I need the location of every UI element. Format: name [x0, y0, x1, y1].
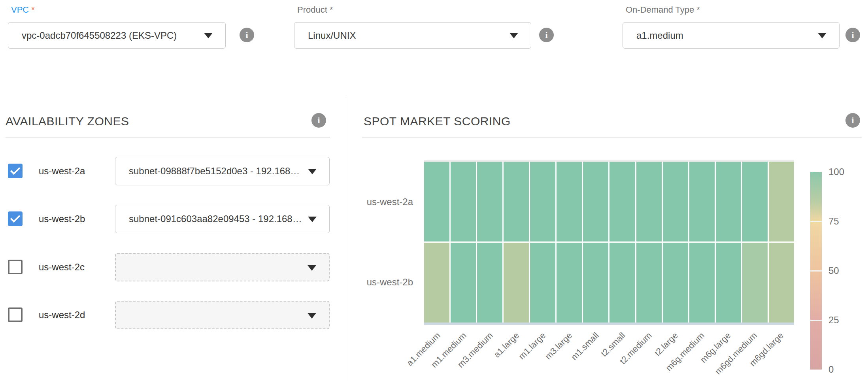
colorbar [810, 172, 822, 370]
heatmap-cell-us-west-2a-t2.large[interactable] [663, 162, 688, 241]
colorbar-tick-0: 0 [828, 364, 856, 375]
heatmap-cell-us-west-2a-a1.large[interactable] [504, 162, 529, 241]
chevron-down-icon [509, 33, 518, 38]
subnet-select-value: subnet-09888f7be5152d0e3 - 192.168… [129, 157, 301, 185]
colorbar-tick-50: 50 [828, 265, 856, 276]
heatmap-cell-us-west-2b-m6gd.medium[interactable] [742, 243, 768, 323]
heatmap-cell-us-west-2b-t2.large[interactable] [663, 243, 688, 323]
az-label: us-west-2d [39, 301, 85, 329]
required-asterisk: * [31, 5, 35, 15]
heatmap-cell-us-west-2b-t2.medium[interactable] [636, 243, 662, 323]
heatmap-cell-us-west-2a-m1.small[interactable] [583, 162, 608, 241]
product-field-group: Product* Linux/UNIX [294, 4, 531, 49]
heatmap-cell-us-west-2b-m6g.medium[interactable] [689, 243, 715, 323]
panel-divider [346, 97, 346, 381]
az-checkbox-us-west-2b[interactable] [8, 211, 23, 226]
vpc-select-value: vpc-0adcb70f645508223 (EKS-VPC) [22, 23, 198, 48]
heatmap-cell-us-west-2a-m6gd.large[interactable] [769, 162, 794, 241]
heatmap-x-label-m1.small: m1.small [569, 330, 601, 362]
product-label: Product* [294, 4, 531, 16]
heatmap-cell-us-west-2b-m1.medium[interactable] [451, 243, 476, 323]
heatmap-plot [424, 160, 794, 325]
heatmap-x-label-a1.large: a1.large [492, 330, 522, 360]
spot-market-scoring-rule [362, 138, 862, 138]
colorbar-separator [810, 221, 822, 222]
required-asterisk: * [696, 5, 700, 15]
subnet-select-us-west-2d[interactable] [115, 301, 330, 329]
az-label: us-west-2b [39, 205, 85, 233]
heatmap-cell-us-west-2a-m6g.medium[interactable] [689, 162, 715, 241]
az-checkbox-us-west-2a[interactable] [8, 164, 23, 178]
heatmap-cell-us-west-2b-m1.small[interactable] [583, 243, 608, 323]
heatmap-cell-us-west-2b-m6gd.large[interactable] [769, 243, 794, 323]
subnet-select-us-west-2a[interactable]: subnet-09888f7be5152d0e3 - 192.168… [115, 157, 330, 185]
az-label: us-west-2c [39, 253, 85, 281]
vpc-select[interactable]: vpc-0adcb70f645508223 (EKS-VPC) [8, 22, 226, 49]
heatmap-cell-us-west-2a-a1.medium[interactable] [424, 162, 449, 241]
az-checkbox-us-west-2c[interactable] [8, 260, 23, 274]
az-checkbox-us-west-2d[interactable] [8, 307, 23, 322]
heatmap-cell-us-west-2b-m3.medium[interactable] [477, 243, 502, 323]
chevron-down-icon [308, 169, 317, 174]
chevron-down-icon [308, 265, 316, 271]
az-row-us-west-2a: us-west-2a subnet-09888f7be5152d0e3 - 19… [8, 157, 338, 185]
spot-market-scoring-title: SPOT MARKET SCORING [364, 115, 511, 128]
on-demand-type-info-icon[interactable]: i [845, 28, 860, 42]
heatmap-cell-us-west-2a-m3.medium[interactable] [477, 162, 502, 241]
chevron-down-icon [308, 217, 317, 222]
heatmap-cell-us-west-2a-m6g.large[interactable] [716, 162, 741, 241]
az-row-us-west-2c: us-west-2c [8, 253, 338, 281]
spot-market-scoring-info-icon[interactable]: i [845, 113, 860, 128]
colorbar-separator [810, 320, 822, 321]
az-row-us-west-2b: us-west-2b subnet-091c603aa82e09453 - 19… [8, 205, 338, 233]
chevron-down-icon [818, 33, 826, 38]
product-select-value: Linux/UNIX [308, 23, 503, 48]
heatmap-row-label-us-west-2b: us-west-2b [355, 277, 413, 289]
required-asterisk: * [330, 5, 333, 15]
colorbar-tick-100: 100 [828, 166, 856, 177]
heatmap-cell-us-west-2a-t2.medium[interactable] [636, 162, 662, 241]
heatmap-cell-us-west-2a-t2.small[interactable] [609, 162, 635, 241]
on-demand-type-label: On-Demand Type* [623, 4, 840, 16]
az-row-us-west-2d: us-west-2d [8, 301, 338, 329]
heatmap-cell-us-west-2b-m3.large[interactable] [557, 243, 582, 323]
on-demand-type-field-group: On-Demand Type* a1.medium [623, 4, 840, 49]
product-select[interactable]: Linux/UNIX [294, 22, 531, 49]
vpc-field-group: VPC* vpc-0adcb70f645508223 (EKS-VPC) [8, 4, 226, 49]
product-info-icon[interactable]: i [539, 28, 554, 42]
on-demand-type-select[interactable]: a1.medium [623, 22, 840, 49]
heatmap-x-label-m3.large: m3.large [543, 330, 574, 362]
heatmap-cell-us-west-2b-m1.large[interactable] [530, 243, 555, 323]
heatmap-cell-us-west-2a-m3.large[interactable] [557, 162, 582, 241]
subnet-select-value: subnet-091c603aa82e09453 - 192.168… [129, 205, 301, 233]
colorbar-tick-75: 75 [828, 216, 856, 227]
availability-zones-title: AVAILABILITY ZONES [6, 115, 129, 128]
az-label: us-west-2a [39, 157, 85, 185]
heatmap-cell-us-west-2b-t2.small[interactable] [609, 243, 635, 323]
heatmap-cell-us-west-2a-m6gd.medium[interactable] [742, 162, 768, 241]
heatmap-cell-us-west-2b-m6g.large[interactable] [716, 243, 741, 323]
availability-zones-info-icon[interactable]: i [311, 113, 326, 128]
heatmap-cell-us-west-2a-m1.large[interactable] [530, 162, 555, 241]
heatmap-cell-us-west-2a-m1.medium[interactable] [451, 162, 476, 241]
heatmap-cell-us-west-2b-a1.medium[interactable] [424, 243, 449, 323]
heatmap-grid [424, 162, 794, 323]
subnet-select-us-west-2c[interactable] [115, 253, 330, 281]
chevron-down-icon [308, 313, 316, 319]
subnet-select-us-west-2b[interactable]: subnet-091c603aa82e09453 - 192.168… [115, 205, 330, 233]
vpc-label: VPC* [8, 4, 226, 16]
availability-zones-rule [6, 138, 330, 138]
heatmap-x-label-m1.large: m1.large [517, 330, 548, 362]
chevron-down-icon [204, 33, 213, 38]
heatmap-cell-us-west-2b-a1.large[interactable] [504, 243, 529, 323]
colorbar-separator [810, 270, 822, 272]
colorbar-tick-25: 25 [828, 315, 856, 326]
heatmap-row-label-us-west-2a: us-west-2a [355, 196, 413, 208]
vpc-info-icon[interactable]: i [240, 28, 254, 42]
on-demand-type-select-value: a1.medium [636, 23, 811, 48]
